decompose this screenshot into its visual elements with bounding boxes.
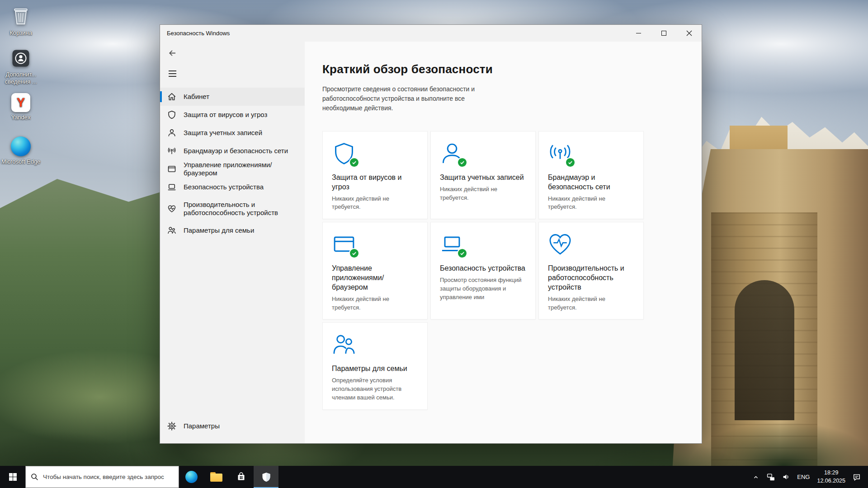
card-title: Брандмауэр и безопасность сети [548,173,634,192]
action-center-button[interactable] [853,473,861,481]
menu-toggle-button[interactable] [163,67,182,80]
taskbar-app-edge[interactable] [179,466,204,488]
yandex-letter: Y [17,97,25,109]
back-arrow-icon [168,49,177,57]
sidebar-item-device-performance[interactable]: Производительность и работоспособность у… [160,196,305,221]
card-title: Защита учетных записей [440,173,526,183]
volume-icon [782,473,790,481]
clock-time: 18:29 [817,469,845,477]
card-title: Безопасность устройства [440,264,526,273]
minimize-icon [636,33,641,33]
sidebar-item-family-options[interactable]: Параметры для семьи [160,221,305,239]
card-virus-protection[interactable]: Защита от вирусов и угроз Никаких действ… [322,131,428,219]
volume-button[interactable] [782,473,790,481]
shield-icon [332,141,356,166]
desktop-icon-microsoft-edge[interactable]: Microsoft Edge [0,136,42,165]
desktop-icon-label: Microsoft Edge [1,158,41,165]
desktop-icon-label: Yandex [11,114,30,121]
sidebar-item-app-browser-control[interactable]: Управление приложениями/браузером [160,160,305,178]
desktop-icon-recycle-bin[interactable]: Корзина [0,5,42,37]
desktop-icon-yandex[interactable]: Y Yandex [0,93,42,121]
file-explorer-icon [210,472,222,482]
sidebar-item-label: Производительность и работоспособность у… [184,201,297,217]
taskbar-search[interactable]: Чтобы начать поиск, введите здесь запрос [25,466,179,488]
page-title: Краткий обзор безопасности [322,62,702,76]
taskbar-app-store[interactable] [229,466,254,488]
card-app-browser-control[interactable]: Управление приложениями/браузером Никаки… [322,222,428,319]
taskbar: Чтобы начать поиск, введите здесь запрос [0,466,868,488]
close-icon [686,30,692,36]
back-button[interactable] [163,46,182,60]
card-title: Защита от вирусов и угроз [332,173,418,192]
taskbar-app-file-explorer[interactable] [204,466,229,488]
sidebar-item-label: Брандмауэр и безопасность сети [184,147,288,155]
info-person-icon [11,49,30,69]
taskbar-app-windows-security[interactable] [254,466,278,488]
card-title: Параметры для семьи [332,364,418,374]
home-icon [167,92,176,101]
card-account-protection[interactable]: Защита учетных записей Никаких действий … [430,131,536,219]
clock[interactable]: 18:29 12.06.2025 [817,469,845,485]
sidebar-item-label: Защита от вирусов и угроз [184,111,267,119]
desktop-icon-label: Корзина [9,29,32,37]
settings-button[interactable]: Параметры [160,417,305,435]
windows-security-window: Безопасность Windows [160,24,702,444]
card-status-text: Никаких действий не требуется. [332,195,418,212]
network-icon [767,473,775,481]
sidebar-item-virus-protection[interactable]: Защита от вирусов и угроз [160,106,305,124]
sidebar-item-label: Защита учетных записей [184,129,262,137]
start-button[interactable] [0,466,25,488]
shield-icon [167,110,176,119]
hamburger-icon [169,70,176,71]
sidebar-nav: Кабинет Защита от вирусов и угроз Защита… [160,88,305,239]
sidebar-item-label: Безопасность устройства [184,183,264,191]
maximize-icon [661,31,666,36]
sidebar-item-label: Параметры для семьи [184,226,254,235]
search-placeholder: Чтобы начать поиск, введите здесь запрос [43,474,164,480]
card-status-text: Просмотр состояния функций защиты оборуд… [440,276,526,302]
desktop-icon-additional-info[interactable]: Дополнит... сведения ... [0,49,42,86]
window-body: Кабинет Защита от вирусов и угроз Защита… [160,42,702,443]
system-tray: ENG 18:29 12.06.2025 [752,466,868,488]
card-family-options[interactable]: Параметры для семьи Определяйте условия … [322,322,428,409]
card-status-text: Никаких действий не требуется. [440,185,526,202]
sidebar-item-device-security[interactable]: Безопасность устройства [160,178,305,196]
yandex-icon: Y [11,93,30,112]
user-icon [440,141,464,166]
green-check-icon [457,157,467,168]
sidebar-item-home[interactable]: Кабинет [160,88,305,106]
language-indicator[interactable]: ENG [797,474,810,480]
firewall-icon [167,146,176,155]
desktop-icon-label: Дополнит... сведения ... [0,71,41,86]
network-status-button[interactable] [767,473,775,481]
store-icon [236,471,247,483]
minimize-button[interactable] [626,25,651,42]
card-firewall[interactable]: Брандмауэр и безопасность сети Никаких д… [538,131,644,219]
card-status-text: Никаких действий не требуется. [548,295,634,312]
card-title: Управление приложениями/браузером [332,264,418,292]
close-button[interactable] [676,25,702,42]
security-cards-grid: Защита от вирусов и угроз Никаких действ… [322,131,702,410]
card-device-security[interactable]: Безопасность устройства Просмотр состоян… [430,222,536,319]
laptop-icon [440,232,464,257]
card-status-text: Никаких действий не требуется. [332,295,418,312]
firewall-icon [548,141,572,166]
window-title: Безопасность Windows [167,30,230,37]
clock-date: 12.06.2025 [817,477,845,485]
tray-expand-button[interactable] [752,474,760,481]
card-device-performance[interactable]: Производительность и работоспособность у… [538,222,644,319]
gear-icon [167,422,176,431]
sidebar-item-account-protection[interactable]: Защита учетных записей [160,124,305,142]
heart-pulse-icon [548,232,572,257]
app-window-icon [332,232,356,257]
chevron-up-icon [752,474,760,481]
recycle-bin-icon [11,5,31,28]
maximize-button[interactable] [651,25,676,42]
window-controls [626,25,702,42]
settings-label: Параметры [184,422,220,430]
sidebar-item-firewall[interactable]: Брандмауэр и безопасность сети [160,142,305,160]
sidebar: Кабинет Защита от вирусов и угроз Защита… [160,42,305,443]
laptop-icon [167,183,176,192]
edge-icon [11,136,31,156]
title-bar[interactable]: Безопасность Windows [160,25,702,42]
